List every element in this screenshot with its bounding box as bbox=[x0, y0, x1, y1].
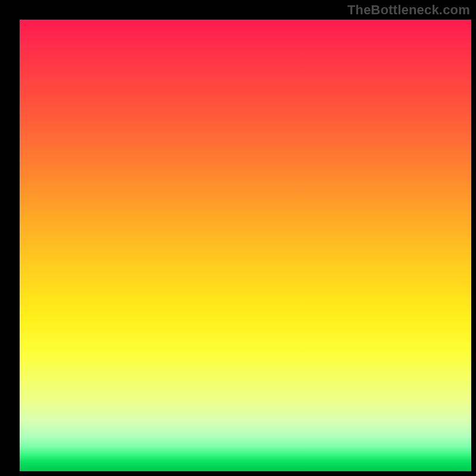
chart-stage: TheBottleneck.com bbox=[0, 0, 476, 476]
background-gradient bbox=[20, 20, 471, 471]
plot-area bbox=[20, 20, 471, 471]
watermark-text: TheBottleneck.com bbox=[347, 2, 470, 18]
